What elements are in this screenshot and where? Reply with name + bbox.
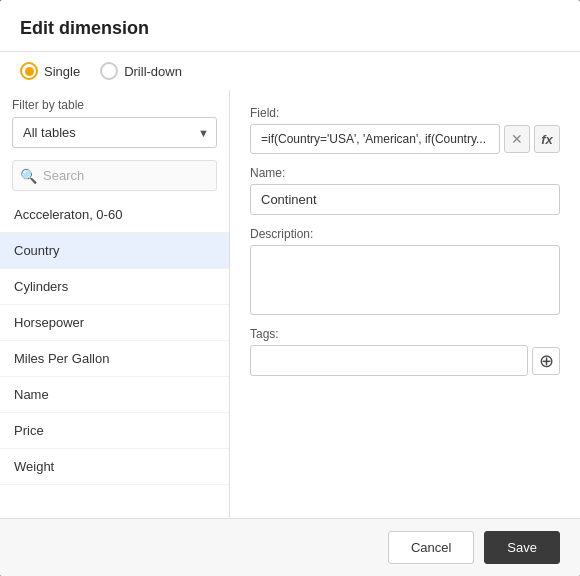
radio-single[interactable]: Single [20,62,80,80]
search-icon: 🔍 [20,168,37,184]
clear-expression-button[interactable]: ✕ [504,125,530,153]
tags-input[interactable] [250,345,528,376]
name-row: Name: [250,166,560,215]
table-select[interactable]: All tables [12,117,217,148]
modal-footer: Cancel Save [0,518,580,576]
plus-icon: ⊕ [539,350,554,372]
search-wrapper: 🔍 [0,154,229,197]
fx-button[interactable]: fx [534,125,560,153]
modal-header: Edit dimension [0,0,580,52]
search-input[interactable] [12,160,217,191]
add-tag-button[interactable]: ⊕ [532,347,560,375]
list-item[interactable]: Cylinders [0,269,229,305]
left-panel: Filter by table All tables ▼ 🔍 Acccelera… [0,90,230,518]
description-input[interactable] [250,245,560,315]
list-item[interactable]: Country [0,233,229,269]
radio-single-circle [20,62,38,80]
radio-single-label: Single [44,64,80,79]
radio-row: Single Drill-down [0,52,580,90]
right-panel: Field: =if(Country='USA', 'American', if… [230,90,580,518]
description-row: Description: [250,227,560,315]
formula-icon: fx [541,132,553,147]
field-list: Accceleraton, 0-60 Country Cylinders Hor… [0,197,229,518]
description-label: Description: [250,227,560,241]
list-item[interactable]: Weight [0,449,229,485]
field-value-row: =if(Country='USA', 'American', if(Countr… [250,124,560,154]
list-item[interactable]: Horsepower [0,305,229,341]
name-label: Name: [250,166,560,180]
list-item[interactable]: Price [0,413,229,449]
tags-row: Tags: ⊕ [250,327,560,376]
list-item[interactable]: Name [0,377,229,413]
filter-section: Filter by table All tables ▼ [0,90,229,154]
field-expression: =if(Country='USA', 'American', if(Countr… [250,124,500,154]
cancel-button[interactable]: Cancel [388,531,474,564]
radio-drilldown[interactable]: Drill-down [100,62,182,80]
modal-body: Filter by table All tables ▼ 🔍 Acccelera… [0,90,580,518]
name-input[interactable] [250,184,560,215]
radio-drilldown-circle [100,62,118,80]
list-item[interactable]: Miles Per Gallon [0,341,229,377]
radio-drilldown-label: Drill-down [124,64,182,79]
save-button[interactable]: Save [484,531,560,564]
table-select-wrapper: All tables ▼ [12,117,217,148]
close-icon: ✕ [511,131,523,147]
tags-input-row: ⊕ [250,345,560,376]
filter-label: Filter by table [12,98,217,112]
field-section-label: Field: [250,106,560,120]
edit-dimension-modal: Edit dimension Single Drill-down Filter … [0,0,580,576]
field-row: Field: =if(Country='USA', 'American', if… [250,106,560,154]
modal-title: Edit dimension [20,18,149,38]
list-item[interactable]: Accceleraton, 0-60 [0,197,229,233]
tags-label: Tags: [250,327,560,341]
